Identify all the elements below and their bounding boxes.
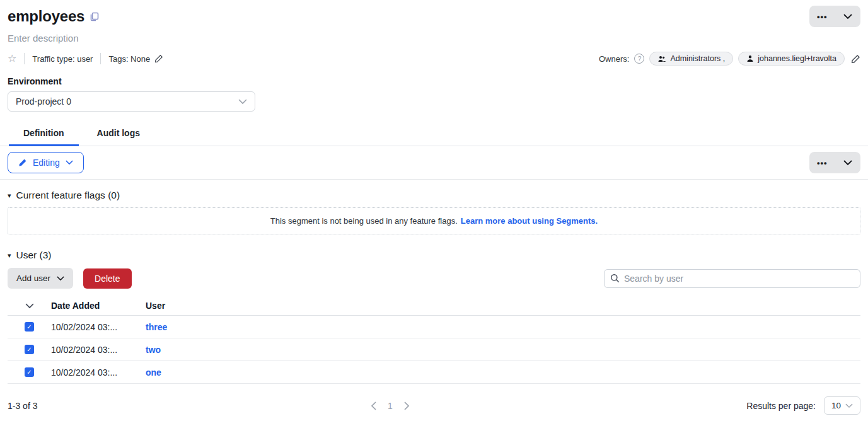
owner-chip-label: Administrators ,	[670, 54, 725, 63]
select-all-chevron-icon[interactable]	[8, 303, 51, 309]
editing-more-split-button: •••	[809, 152, 860, 173]
user-link[interactable]: one	[146, 367, 860, 378]
pencil-icon	[18, 158, 27, 167]
chevron-down-icon	[66, 160, 73, 165]
edit-tags-pencil-icon[interactable]	[154, 54, 163, 63]
copy-icon[interactable]	[90, 12, 99, 21]
chevron-down-icon	[843, 14, 852, 20]
table-row: ✓ 10/02/2024 03:... two	[8, 338, 860, 361]
previous-page-button[interactable]	[371, 401, 376, 410]
row-checkbox[interactable]: ✓	[25, 367, 34, 377]
owner-chip-label: johannes.liegl+travolta	[758, 54, 836, 63]
add-user-button[interactable]: Add user	[8, 268, 73, 289]
description-field[interactable]: Enter description	[0, 33, 868, 43]
environment-select[interactable]: Prod-project 0	[8, 91, 255, 112]
tab-definition[interactable]: Definition	[8, 122, 80, 146]
date-added-cell: 10/02/2024 03:...	[51, 322, 146, 332]
feature-flags-section-toggle[interactable]: ▾ Current feature flags (0)	[8, 190, 860, 201]
divider	[100, 53, 101, 64]
user-search	[604, 269, 860, 288]
editing-chevron-button[interactable]	[835, 152, 861, 173]
column-header-date-added: Date Added	[51, 301, 146, 311]
header-more-button[interactable]: •••	[809, 6, 835, 27]
tab-audit-logs[interactable]: Audit logs	[81, 122, 156, 146]
editing-label: Editing	[33, 158, 60, 168]
page-title: employees	[8, 8, 84, 25]
results-per-page: Results per page: 10	[746, 396, 860, 415]
table-row: ✓ 10/02/2024 03:... one	[8, 361, 860, 384]
header-more-split-button: •••	[809, 6, 860, 27]
table-row: ✓ 10/02/2024 03:... three	[8, 316, 860, 338]
environment-selected-value: Prod-project 0	[16, 96, 71, 107]
editing-row: Editing •••	[0, 152, 868, 173]
search-input[interactable]	[624, 274, 854, 284]
user-table: Date Added User ✓ 10/02/2024 03:... thre…	[8, 296, 860, 384]
results-range-label: 1-3 of 3	[8, 401, 371, 411]
results-per-page-label: Results per page:	[746, 401, 816, 411]
user-link[interactable]: three	[146, 322, 860, 332]
ellipsis-icon: •••	[817, 159, 828, 167]
add-user-label: Add user	[16, 274, 50, 283]
owners-help-icon[interactable]: ?	[634, 54, 644, 64]
chevron-down-icon	[845, 403, 853, 408]
row-checkbox[interactable]: ✓	[25, 322, 34, 332]
date-added-cell: 10/02/2024 03:...	[51, 345, 146, 355]
favorite-star-icon[interactable]: ☆	[8, 54, 16, 64]
editing-button[interactable]: Editing	[8, 152, 84, 173]
column-header-user: User	[146, 301, 860, 311]
user-section: ▾ User (3) Add user Delete	[0, 250, 868, 415]
meta-row: ☆ Traffic type: user Tags: None Owners: …	[0, 52, 868, 66]
chevron-down-icon	[57, 276, 64, 281]
group-icon	[657, 55, 666, 62]
person-icon	[746, 55, 754, 62]
environment-label: Environment	[8, 76, 860, 86]
user-link[interactable]: two	[146, 345, 860, 355]
tags-wrap: Tags: None	[108, 54, 163, 64]
edit-owners-pencil-icon[interactable]	[851, 54, 860, 64]
traffic-type-label: Traffic type: user	[32, 54, 93, 64]
caret-down-icon: ▾	[8, 192, 11, 200]
owners-row: Owners: ? Administrators , johannes.lieg…	[599, 52, 860, 66]
caret-down-icon: ▾	[8, 251, 11, 260]
divider	[24, 53, 25, 64]
row-checkbox[interactable]: ✓	[25, 345, 34, 354]
results-per-page-value: 10	[831, 401, 841, 410]
editing-more-button[interactable]: •••	[809, 152, 835, 173]
ellipsis-icon: •••	[817, 13, 828, 21]
table-footer: 1-3 of 3 1 Results per page: 10	[8, 396, 860, 415]
next-page-button[interactable]	[404, 401, 410, 410]
feature-flags-empty-state: This segment is not being used in any fe…	[8, 207, 860, 234]
chevron-down-icon	[238, 99, 247, 105]
learn-more-link[interactable]: Learn more about using Segments.	[461, 216, 598, 226]
owner-chip-user[interactable]: johannes.liegl+travolta	[738, 52, 845, 66]
table-header-row: Date Added User	[8, 296, 860, 316]
feature-flags-section-title: Current feature flags (0)	[16, 190, 120, 201]
divider	[0, 179, 868, 180]
owners-label: Owners:	[599, 54, 629, 64]
user-toolbar: Add user Delete	[8, 268, 860, 289]
environment-block: Environment Prod-project 0	[0, 76, 868, 112]
header: employees •••	[0, 0, 868, 27]
chevron-down-icon	[843, 160, 852, 166]
date-added-cell: 10/02/2024 03:...	[51, 367, 146, 378]
segment-detail-page: employees ••• Enter description ☆ Traffi…	[0, 0, 868, 421]
meta-left: ☆ Traffic type: user Tags: None	[8, 53, 163, 64]
pagination: 1	[371, 401, 410, 411]
results-per-page-select[interactable]: 10	[824, 396, 860, 415]
user-section-toggle[interactable]: ▾ User (3)	[8, 250, 860, 261]
user-section-title: User (3)	[16, 250, 52, 261]
feature-flags-section: ▾ Current feature flags (0) This segment…	[0, 190, 868, 234]
page-number[interactable]: 1	[388, 401, 393, 411]
owner-chip-administrators[interactable]: Administrators ,	[649, 52, 733, 66]
tags-label: Tags: None	[108, 54, 150, 64]
delete-button[interactable]: Delete	[83, 268, 131, 289]
empty-state-text: This segment is not being used in any fe…	[270, 216, 458, 226]
tab-bar: Definition Audit logs	[0, 122, 868, 146]
header-chevron-button[interactable]	[835, 6, 861, 27]
search-icon	[610, 274, 620, 283]
